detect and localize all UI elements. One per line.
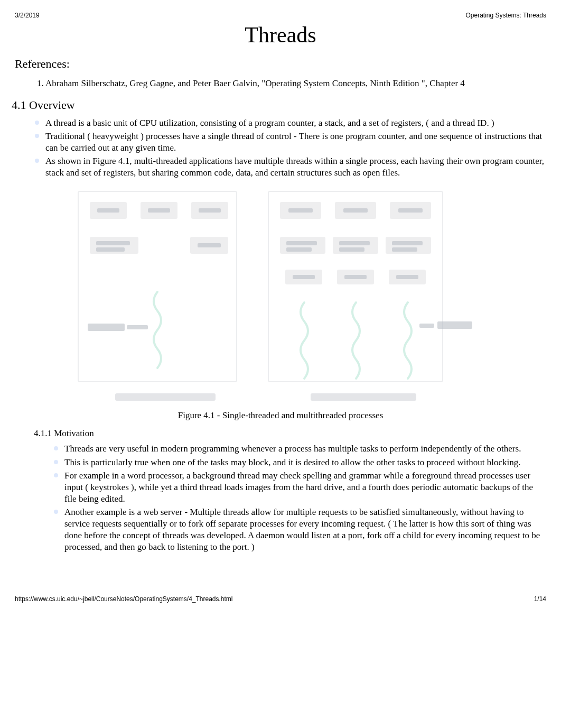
overview-bullets: A thread is a basic unit of CPU utilizat… <box>35 117 546 179</box>
reference-number: 1. <box>37 78 45 88</box>
list-item: For example in a word processor, a backg… <box>54 470 546 505</box>
svg-rect-33 <box>392 241 423 245</box>
svg-rect-41 <box>396 275 418 279</box>
references-heading: References: <box>15 57 546 71</box>
svg-rect-7 <box>199 208 221 213</box>
svg-rect-43 <box>437 321 472 329</box>
list-item: Traditional ( heavyweight ) processes ha… <box>35 131 546 154</box>
svg-rect-6 <box>148 208 170 213</box>
list-item: Threads are very useful in modern progra… <box>54 443 546 455</box>
list-item: A thread is a basic unit of CPU utilizat… <box>35 117 546 129</box>
section-4-1-1-heading: 4.1.1 Motivation <box>34 428 546 439</box>
list-item: As shown in Figure 4.1, multi-threaded a… <box>35 155 546 179</box>
header-date: 3/2/2019 <box>15 12 40 19</box>
svg-rect-34 <box>392 247 417 252</box>
svg-rect-14 <box>88 324 125 331</box>
figure-4-1-svg <box>46 186 485 408</box>
svg-rect-39 <box>293 275 315 279</box>
svg-rect-23 <box>343 208 368 213</box>
print-footer: https://www.cs.uic.edu/~jbell/CourseNote… <box>15 595 546 603</box>
header-doc-title: Operating Systems: Threads <box>465 12 546 19</box>
figure-4-1-caption: Figure 4.1 - Single-threaded and multith… <box>15 410 546 421</box>
svg-rect-32 <box>339 247 364 252</box>
svg-rect-31 <box>339 241 370 245</box>
footer-url: https://www.cs.uic.edu/~jbell/CourseNote… <box>15 595 233 603</box>
svg-rect-16 <box>115 393 216 401</box>
svg-rect-44 <box>311 393 416 401</box>
svg-rect-11 <box>96 241 130 245</box>
reference-item: 1. Abraham Silberschatz, Greg Gagne, and… <box>37 78 546 89</box>
svg-rect-30 <box>286 247 312 252</box>
reference-text: Abraham Silberschatz, Greg Gagne, and Pe… <box>45 78 465 88</box>
multithreaded-panel <box>268 191 472 382</box>
motivation-bullets: Threads are very useful in modern progra… <box>54 443 546 553</box>
footer-page: 1/14 <box>534 595 546 603</box>
single-threaded-panel <box>78 191 237 382</box>
svg-rect-22 <box>288 208 313 213</box>
svg-rect-15 <box>127 325 148 329</box>
list-item: Another example is a web server - Multip… <box>54 506 546 553</box>
svg-rect-29 <box>286 241 317 245</box>
svg-rect-42 <box>419 324 434 328</box>
list-item: This is particularly true when one of th… <box>54 457 546 468</box>
svg-rect-24 <box>398 208 423 213</box>
svg-rect-5 <box>97 208 119 213</box>
svg-rect-12 <box>96 247 125 252</box>
page-title: Threads <box>15 22 546 48</box>
section-4-1-heading: 4.1 Overview <box>12 98 546 112</box>
svg-rect-13 <box>198 243 221 247</box>
figure-4-1 <box>46 186 546 408</box>
svg-rect-40 <box>344 275 367 279</box>
print-header: 3/2/2019 Operating Systems: Threads <box>15 12 546 19</box>
